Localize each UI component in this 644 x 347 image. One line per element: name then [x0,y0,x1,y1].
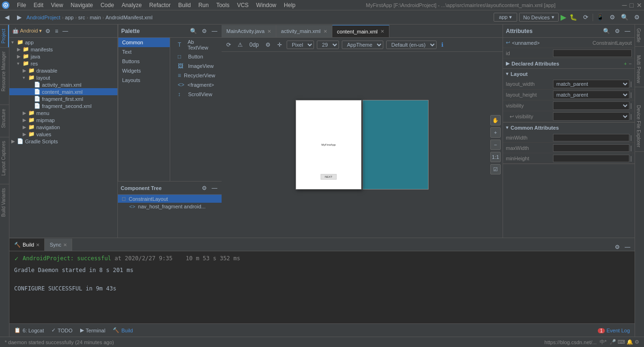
sidebar-tab-resource-manager[interactable]: Resource Manager [0,47,9,95]
minimize-button[interactable]: ─ [622,1,627,9]
attr-close-icon[interactable]: — [623,27,632,35]
android-dropdown[interactable]: 🤖 Android ▾ [12,28,42,34]
breadcrumb-project[interactable]: AndroidProject [26,15,60,20]
minus-tool[interactable]: − [490,140,501,150]
attr-id-input[interactable] [553,50,632,57]
canvas-main[interactable]: MyFirstApp NEXT ✋ + − 1:1 ☑ [222,52,503,238]
layout-width-extra-icon[interactable]: | [630,81,632,87]
tree-item-res[interactable]: ▾ 📁 res [9,60,117,67]
sync-tab-close[interactable]: ✕ [63,242,67,248]
layout-height-extra-icon[interactable]: | [630,91,632,98]
attr-layout-width-dropdown[interactable]: match_parent [553,80,629,88]
attr-layout-height-dropdown[interactable]: match_parent [553,91,629,99]
fit-tool[interactable]: 1:1 [490,152,501,162]
canvas-warning-icon[interactable]: ⚠ [236,41,245,49]
breadcrumb-manifest[interactable]: AndroidManifest.xml [106,15,153,20]
comp-tree-close-icon[interactable]: — [210,184,219,192]
palette-item-button[interactable]: □ Button [170,52,222,61]
sidebar-tab-captures[interactable]: Layout Captures [0,137,9,179]
back-button[interactable]: ◀ [2,12,12,23]
close-button[interactable]: ✕ [636,1,642,9]
event-log-button[interactable]: 1 Event Log [596,328,630,333]
sdk-manager-button[interactable]: ⚙ [607,12,618,23]
tree-item-menu[interactable]: ▶ 📁 menu [9,109,117,116]
sync-button[interactable]: ⟳ [580,12,591,23]
menu-view[interactable]: View [47,1,67,9]
menu-edit[interactable]: Edit [30,1,47,9]
locale-selector[interactable]: Default (en-us) [386,41,437,49]
declared-attributes-header[interactable]: ▶ Declared Attributes + − [503,58,635,68]
attr-visibility2-dropdown[interactable] [553,112,629,121]
menu-run[interactable]: Run [195,1,213,9]
canvas-info-icon[interactable]: ℹ [439,41,446,49]
tab-activity-main[interactable]: activity_main.xml ✕ [276,25,332,37]
palette-cat-widgets[interactable]: Widgets [118,66,170,75]
tree-item-drawable[interactable]: ▶ 📁 drawable [9,67,117,74]
attr-maxwidth-input[interactable] [553,144,629,152]
build-tab-sync[interactable]: Sync ✕ [45,239,72,251]
checkbox-tool[interactable]: ☑ [490,164,501,174]
tree-item-app[interactable]: ▾ 📁 app [9,39,117,46]
api-selector[interactable]: 29 [317,41,339,49]
plus-tool[interactable]: + [490,127,501,138]
tree-item-mipmap[interactable]: ▶ 📁 mipmap [9,116,117,124]
menu-window[interactable]: Window [252,1,280,9]
sidebar-tab-project[interactable]: Project [0,25,9,47]
palette-search-icon[interactable]: 🔍 [189,27,198,35]
menu-tools[interactable]: Tools [213,1,233,9]
tree-item-navigation[interactable]: ▶ 📁 navigation [9,124,117,131]
comp-tree-gear-icon[interactable]: ⚙ [200,184,208,192]
minheight-extra-icon[interactable]: | [630,155,632,162]
menu-build[interactable]: Build [174,1,195,9]
canvas-zoom-icon[interactable]: 0dp [248,41,261,49]
declared-add-button[interactable]: + [624,61,627,66]
canvas-refresh-icon[interactable]: ⟳ [224,41,233,49]
right-tab-device-file-explorer[interactable]: Device File Explorer [635,101,644,151]
menu-code[interactable]: Code [97,1,118,9]
breadcrumb-src[interactable]: src [78,15,85,20]
attr-settings-icon[interactable]: ⚙ [613,27,621,35]
tab-activity-main-close[interactable]: ✕ [323,29,327,34]
minwidth-extra-icon[interactable]: | [630,134,632,141]
tree-item-java[interactable]: ▶ 📁 java [9,53,117,60]
footer-tab-build[interactable]: 🔨 Build [113,327,132,333]
maxwidth-extra-icon[interactable]: | [630,145,632,151]
tree-item-activity-main[interactable]: 📄 activity_main.xml [9,81,117,88]
menu-vcs[interactable]: VCS [233,1,253,9]
visibility2-extra-icon[interactable]: | [630,113,632,120]
collapse-icon[interactable]: — [61,27,69,35]
attr-visibility-dropdown[interactable] [553,101,629,110]
run-button[interactable]: ▶ [561,13,566,22]
breadcrumb-main[interactable]: main [90,15,101,20]
settings-icon[interactable]: ≡ [53,27,59,35]
palette-item-scrollview[interactable]: ↕ ScrollView [170,90,222,99]
menu-refactor[interactable]: Refactor [146,1,174,9]
footer-tab-terminal[interactable]: ▶ Terminal [80,327,106,333]
palette-cat-text[interactable]: Text [118,47,170,57]
attr-search-icon[interactable]: 🔍 [602,27,611,35]
device-selector[interactable]: No Devices ▾ [519,13,559,22]
palette-settings-icon[interactable]: ⚙ [200,27,208,35]
palette-cat-layouts[interactable]: Layouts [118,75,170,85]
tree-item-values[interactable]: ▶ 📁 values [9,131,117,138]
right-tab-multi-preview[interactable]: Multi Preview [635,51,644,87]
menu-navigate[interactable]: Navigate [67,1,97,9]
run-config-dropdown[interactable]: app ▾ [494,13,517,22]
palette-item-imageview[interactable]: 🖼 ImageView [170,61,222,71]
forward-button[interactable]: ▶ [14,12,25,23]
canvas-crosshair-icon[interactable]: ✛ [275,41,284,49]
palette-item-recyclerview[interactable]: ≡ RecyclerView [170,71,222,80]
tree-item-gradle[interactable]: ▶ 📄 Gradle Scripts [9,138,117,145]
tree-item-fragment-second[interactable]: 📄 fragment_second.xml [9,102,117,109]
tree-item-layout[interactable]: ▾ 📁 layout [9,74,117,81]
tree-item-manifests[interactable]: ▶ 📁 manifests [9,46,117,53]
sidebar-tab-build-variants[interactable]: Build Variants [0,184,9,221]
menu-analyze[interactable]: Analyze [118,1,146,9]
pixel-selector[interactable]: Pixel [287,41,314,49]
palette-close-icon[interactable]: — [210,27,219,35]
sidebar-tab-structure[interactable]: Structure [0,105,9,132]
visibility-extra-icon[interactable]: | [630,102,632,109]
footer-tab-logcat[interactable]: 📋 6: Logcat [14,327,44,333]
palette-item-textview[interactable]: T Ab TextView [170,38,222,52]
common-attributes-header[interactable]: ▾ Common Attributes [503,123,635,132]
